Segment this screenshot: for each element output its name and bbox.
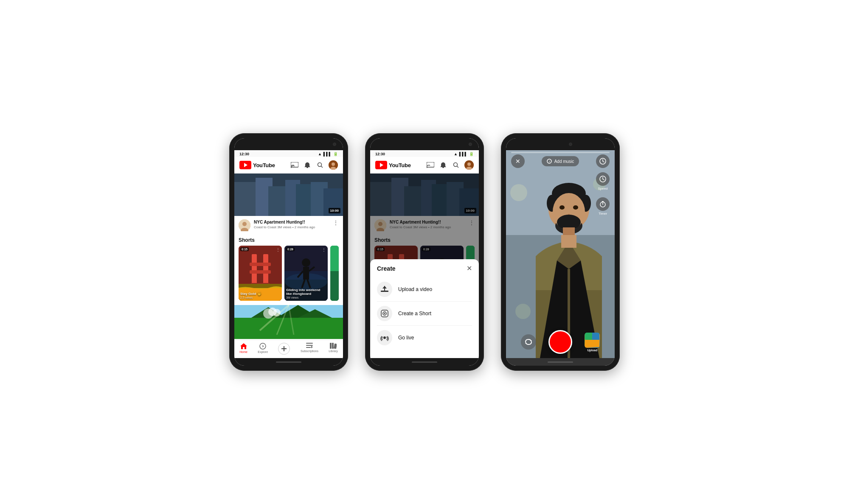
svg-point-17	[242, 222, 247, 226]
svg-rect-20	[252, 254, 257, 284]
svg-rect-22	[250, 263, 271, 266]
camera-bottom-bar: Upload	[506, 330, 615, 354]
shorts-row-1: 0:15 ⋮ Stay Gold 🤟 2.5 views	[239, 246, 339, 301]
user-avatar-2[interactable]	[464, 160, 474, 170]
camera-close-button[interactable]: ✕	[511, 154, 525, 168]
short-card-1[interactable]: 0:15 ⋮ Stay Gold 🤟 2.5 views	[239, 246, 282, 301]
nav-library-label: Library	[329, 350, 337, 353]
upload-label-text: Upload	[587, 349, 597, 352]
add-music-label: Add music	[554, 159, 574, 164]
svg-point-102	[384, 313, 385, 314]
search-button[interactable]	[316, 161, 324, 169]
youtube-header-1: YouTube	[234, 157, 343, 174]
record-button[interactable]	[548, 330, 572, 354]
yt-logo: YouTube	[239, 161, 275, 169]
svg-line-66	[457, 166, 459, 168]
nav-home-1[interactable]: Home	[239, 343, 247, 355]
camera-sensor-2	[469, 143, 472, 146]
video-duration-1: 10:00	[329, 208, 340, 213]
modal-close-button[interactable]: ✕	[467, 264, 472, 272]
upload-icon	[377, 282, 392, 297]
upload-preview-thumbnail[interactable]	[585, 333, 600, 348]
svg-rect-59	[330, 343, 332, 349]
speed-button[interactable]	[596, 154, 610, 168]
timer-icon	[596, 197, 610, 211]
battery-icon-2: 🔋	[469, 152, 474, 156]
svg-rect-139	[592, 333, 599, 340]
phone-2: 12:30 ▲ ▌▌▌ 🔋 YouTube	[365, 133, 484, 371]
home-bar-3	[548, 361, 573, 363]
timer-label: Timer	[599, 212, 607, 216]
camera-view: ✕ ♪ Add music Speed	[506, 150, 615, 358]
svg-rect-21	[263, 254, 268, 284]
nav-explore-1[interactable]: Explore	[258, 343, 268, 355]
featured-video-thumb-1[interactable]: 10:00	[234, 174, 343, 216]
short-views-2: 3M views	[286, 296, 326, 299]
flip-camera-button[interactable]	[521, 334, 536, 350]
status-icons-2: ▲ ▌▌▌ 🔋	[454, 152, 474, 156]
battery-icon: 🔋	[333, 152, 338, 156]
notifications-button[interactable]	[303, 161, 312, 169]
short-card-2[interactable]: 0:28 ⋮ Gliding into weekend like #longbo…	[284, 246, 328, 301]
svg-rect-32	[303, 267, 309, 280]
camera-top-bar: ✕ ♪ Add music	[506, 150, 615, 172]
phone-3-screen: ✕ ♪ Add music Speed	[506, 138, 615, 366]
modal-sheet: Create ✕ Upload a video	[370, 259, 479, 358]
upload-area[interactable]: Upload	[585, 333, 600, 352]
svg-point-117	[559, 205, 565, 210]
add-music-button[interactable]: ♪ Add music	[542, 156, 579, 166]
create-button-1[interactable]	[278, 343, 290, 355]
nav-library-1[interactable]: Library	[329, 343, 337, 355]
svg-point-3	[318, 163, 322, 167]
user-avatar[interactable]	[329, 160, 338, 170]
channel-avatar-1	[239, 219, 250, 231]
home-indicator-2	[370, 358, 479, 366]
video-sub-1: Coast to Coast 3M views • 2 months ago	[254, 225, 329, 229]
modal-short-item[interactable]: Create a Short	[377, 302, 472, 326]
speed-control[interactable]: Speed	[596, 172, 610, 190]
timer-control[interactable]: Timer	[596, 197, 610, 216]
svg-point-118	[573, 205, 578, 210]
yt-logo-icon	[239, 161, 251, 169]
modal-title: Create	[377, 265, 396, 272]
signal-icon-2: ▌▌▌	[459, 152, 467, 156]
phone-3: ✕ ♪ Add music Speed	[501, 133, 620, 371]
svg-point-107	[510, 184, 527, 201]
short-more-2[interactable]: ⋮	[322, 247, 326, 252]
svg-rect-54	[306, 343, 313, 344]
modal-upload-item[interactable]: Upload a video	[377, 277, 472, 302]
upload-label: Upload a video	[398, 286, 432, 292]
svg-rect-62	[427, 162, 434, 167]
svg-rect-61	[334, 344, 337, 349]
create-modal: Create ✕ Upload a video	[370, 174, 479, 358]
search-button-2[interactable]	[452, 161, 460, 169]
svg-point-31	[302, 258, 310, 267]
nav-explore-label: Explore	[258, 350, 268, 353]
home-indicator-3	[506, 358, 615, 366]
phone-1: 12:30 ▲ ▌▌▌ 🔋 YouTube	[229, 133, 348, 371]
notifications-button-2[interactable]	[439, 161, 447, 169]
video-more-button-1[interactable]: ⋮	[333, 219, 339, 226]
phone-1-screen: 12:30 ▲ ▌▌▌ 🔋 YouTube	[234, 138, 343, 366]
video-meta-info-1: 3M views • 2 months ago	[277, 225, 315, 229]
landscape-thumb-1[interactable]	[234, 305, 343, 339]
home-bar-2	[412, 361, 437, 363]
nav-create-1[interactable]	[278, 343, 290, 355]
cast-button[interactable]	[290, 161, 299, 169]
yt-logo-text-2: YouTube	[389, 162, 411, 168]
status-bar-2: 12:30 ▲ ▌▌▌ 🔋	[370, 150, 479, 157]
wifi-icon: ▲	[318, 152, 322, 156]
home-indicator-1	[234, 358, 343, 366]
cast-button-2[interactable]	[426, 161, 435, 169]
nav-subscriptions-1[interactable]: Subscriptions	[301, 343, 318, 355]
create-short-label: Create a Short	[398, 311, 431, 316]
phone-1-notch	[234, 138, 343, 150]
modal-live-item[interactable]: Go live	[377, 326, 472, 350]
nav-home-label: Home	[239, 350, 247, 353]
short-more-1[interactable]: ⋮	[276, 247, 280, 252]
svg-rect-60	[332, 343, 334, 349]
phone2-content: 10:00 NYC Apartment Hunting!! Coast to C…	[370, 174, 479, 358]
shorts-section-1: Shorts	[234, 235, 343, 302]
svg-point-68	[467, 162, 471, 166]
video-info-1: NYC Apartment Hunting!! Coast to Coast 3…	[234, 216, 343, 235]
